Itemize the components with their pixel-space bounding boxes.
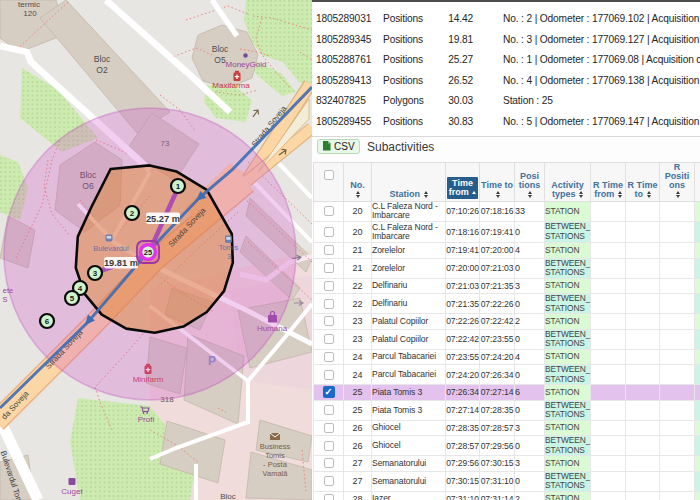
svg-text:4: 4: [78, 284, 83, 293]
svg-text:S: S: [2, 295, 7, 304]
svg-text:25: 25: [144, 248, 152, 257]
svg-text:Tomis: Tomis: [265, 451, 285, 460]
svg-text:5: 5: [70, 294, 75, 303]
svg-text:2: 2: [130, 209, 135, 218]
svg-text:Maxifarma: Maxifarma: [212, 81, 250, 90]
svg-text:3: 3: [227, 252, 231, 261]
svg-text:Vamală: Vamală: [263, 469, 289, 478]
svg-text:Bulevardul: Bulevardul: [93, 244, 129, 253]
svg-text:Profi: Profi: [138, 415, 155, 424]
svg-text:1: 1: [176, 182, 181, 191]
svg-text:25.27 m: 25.27 m: [146, 214, 180, 224]
svg-text:3: 3: [93, 269, 98, 278]
svg-text:- Posta: - Posta: [263, 460, 288, 469]
svg-text:Cuget: Cuget: [61, 487, 83, 496]
svg-text:Bloc: Bloc: [220, 492, 236, 500]
svg-text:O2: O2: [96, 65, 108, 75]
svg-text:Business: Business: [260, 442, 291, 451]
svg-text:O5: O5: [214, 55, 226, 65]
svg-text:6: 6: [45, 317, 50, 326]
svg-text:MoneyGold: MoneyGold: [226, 60, 267, 69]
svg-text:120: 120: [23, 9, 37, 18]
svg-text:termic: termic: [18, 0, 40, 9]
svg-text:19.81 m: 19.81 m: [104, 258, 138, 268]
svg-text:Bloc: Bloc: [94, 54, 111, 64]
svg-text:Bloc: Bloc: [212, 44, 229, 54]
